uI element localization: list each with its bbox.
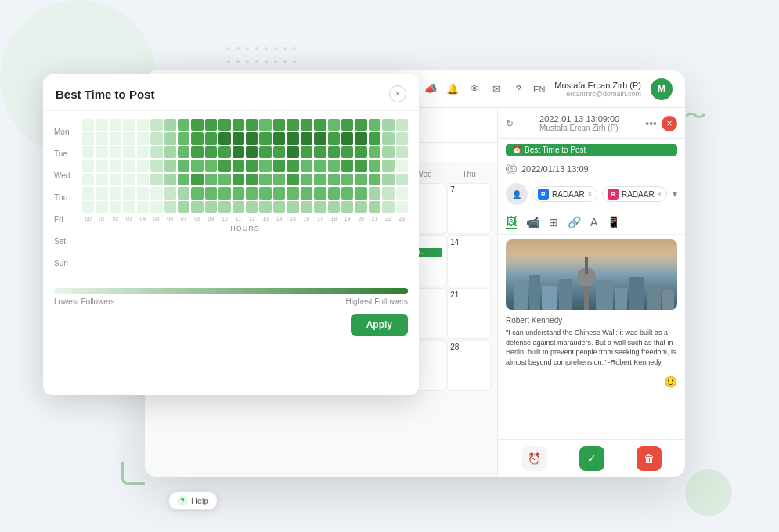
apply-button[interactable]: Apply — [351, 314, 408, 336]
heatmap-cell[interactable] — [246, 160, 258, 171]
heatmap-cell[interactable] — [110, 201, 121, 213]
platform-expand-icon[interactable]: ▾ — [673, 189, 677, 200]
heatmap-cell[interactable] — [396, 187, 408, 199]
heatmap-cell[interactable] — [355, 187, 366, 199]
heatmap-cell[interactable] — [233, 187, 244, 199]
heatmap-cell[interactable] — [164, 201, 176, 213]
heatmap-cell[interactable] — [369, 201, 380, 213]
heatmap-cell[interactable] — [178, 201, 189, 213]
heatmap-cell[interactable] — [123, 132, 135, 144]
heatmap-cell[interactable] — [191, 201, 203, 213]
heatmap-cell[interactable] — [355, 160, 366, 171]
heatmap-cell[interactable] — [205, 146, 217, 158]
tab-link[interactable]: 🔗 — [568, 216, 581, 228]
heatmap-cell[interactable] — [218, 119, 230, 131]
heatmap-cell[interactable] — [301, 187, 312, 199]
heatmap-cell[interactable] — [273, 174, 285, 185]
heatmap-cell[interactable] — [355, 119, 366, 131]
heatmap-cell[interactable] — [341, 132, 353, 144]
heatmap-cell[interactable] — [355, 174, 366, 185]
heatmap-cell[interactable] — [191, 132, 203, 144]
heatmap-cell[interactable] — [328, 174, 340, 185]
heatmap-cell[interactable] — [137, 187, 149, 199]
heatmap-cell[interactable] — [205, 174, 217, 185]
heatmap-cell[interactable] — [178, 187, 189, 199]
heatmap-cell[interactable] — [205, 201, 217, 213]
question-icon[interactable]: ? — [511, 82, 525, 96]
heatmap-cell[interactable] — [301, 146, 312, 158]
heatmap-cell[interactable] — [246, 119, 258, 131]
heatmap-cell[interactable] — [314, 201, 326, 213]
tab-grid[interactable]: ⊞ — [549, 216, 558, 228]
heatmap-cell[interactable] — [273, 132, 285, 144]
heatmap-cell[interactable] — [164, 160, 176, 171]
heatmap-cell[interactable] — [137, 160, 149, 171]
tab-video[interactable]: 📹 — [526, 216, 539, 228]
user-avatar[interactable]: M — [651, 78, 673, 100]
heatmap-cell[interactable] — [314, 160, 326, 171]
heatmap-cell[interactable] — [341, 201, 353, 213]
heatmap-cell[interactable] — [301, 119, 312, 131]
heatmap-cell[interactable] — [328, 201, 340, 213]
heatmap-cell[interactable] — [382, 174, 394, 185]
heatmap-cell[interactable] — [96, 187, 107, 199]
platform-1-remove[interactable]: × — [588, 190, 592, 198]
heatmap-cell[interactable] — [301, 201, 312, 213]
heatmap-cell[interactable] — [369, 119, 380, 131]
heatmap-cell[interactable] — [287, 201, 298, 213]
heatmap-cell[interactable] — [218, 132, 230, 144]
heatmap-cell[interactable] — [82, 160, 94, 171]
heatmap-cell[interactable] — [96, 160, 107, 171]
rph-more-icon[interactable]: ••• — [645, 117, 657, 130]
heatmap-cell[interactable] — [355, 146, 366, 158]
eye-icon[interactable]: 👁 — [467, 82, 481, 96]
heatmap-cell[interactable] — [328, 160, 340, 171]
heatmap-cell[interactable] — [314, 187, 326, 199]
heatmap-cell[interactable] — [328, 146, 340, 158]
bell-icon[interactable]: 🔔 — [445, 82, 460, 96]
heatmap-cell[interactable] — [259, 146, 271, 158]
heatmap-cell[interactable] — [82, 146, 94, 158]
heatmap-cell[interactable] — [150, 132, 162, 144]
heatmap-cell[interactable] — [382, 160, 394, 171]
heatmap-cell[interactable] — [382, 146, 394, 158]
heatmap-cell[interactable] — [205, 160, 217, 171]
heatmap-cell[interactable] — [287, 187, 298, 199]
tab-text[interactable]: A — [590, 216, 597, 228]
heatmap-cell[interactable] — [137, 146, 149, 158]
heatmap-cell[interactable] — [150, 174, 162, 185]
heatmap-cell[interactable] — [259, 201, 271, 213]
tab-mobile[interactable]: 📱 — [607, 216, 620, 228]
heatmap-cell[interactable] — [123, 187, 135, 199]
heatmap-cell[interactable] — [341, 187, 353, 199]
delete-button[interactable]: 🗑 — [637, 446, 662, 471]
heatmap-cell[interactable] — [314, 119, 326, 131]
heatmap-cell[interactable] — [328, 132, 340, 144]
heatmap-cell[interactable] — [110, 187, 121, 199]
heatmap-cell[interactable] — [123, 119, 135, 131]
heatmap-cell[interactable] — [123, 174, 135, 185]
platform-chip-1[interactable]: R RADAAR × — [532, 186, 597, 202]
heatmap-cell[interactable] — [396, 119, 408, 131]
cal-day-cell[interactable]: 7 — [447, 183, 491, 234]
heatmap-cell[interactable] — [246, 187, 258, 199]
heatmap-cell[interactable] — [287, 119, 298, 131]
heatmap-cell[interactable] — [164, 132, 176, 144]
heatmap-cell[interactable] — [164, 187, 176, 199]
heatmap-cell[interactable] — [233, 174, 244, 185]
heatmap-cell[interactable] — [301, 174, 312, 185]
heatmap-cell[interactable] — [123, 146, 135, 158]
heatmap-cell[interactable] — [259, 132, 271, 144]
heatmap-cell[interactable] — [96, 174, 107, 185]
heatmap-cell[interactable] — [355, 201, 366, 213]
heatmap-cell[interactable] — [123, 201, 135, 213]
heatmap-cell[interactable] — [314, 146, 326, 158]
heatmap-cell[interactable] — [150, 119, 162, 131]
cal-day-cell[interactable]: 21 — [447, 288, 491, 339]
heatmap-cell[interactable] — [218, 174, 230, 185]
heatmap-cell[interactable] — [382, 132, 394, 144]
heatmap-cell[interactable] — [233, 201, 244, 213]
heatmap-cell[interactable] — [259, 174, 271, 185]
heatmap-cell[interactable] — [259, 160, 271, 171]
language-selector[interactable]: EN — [533, 84, 545, 94]
